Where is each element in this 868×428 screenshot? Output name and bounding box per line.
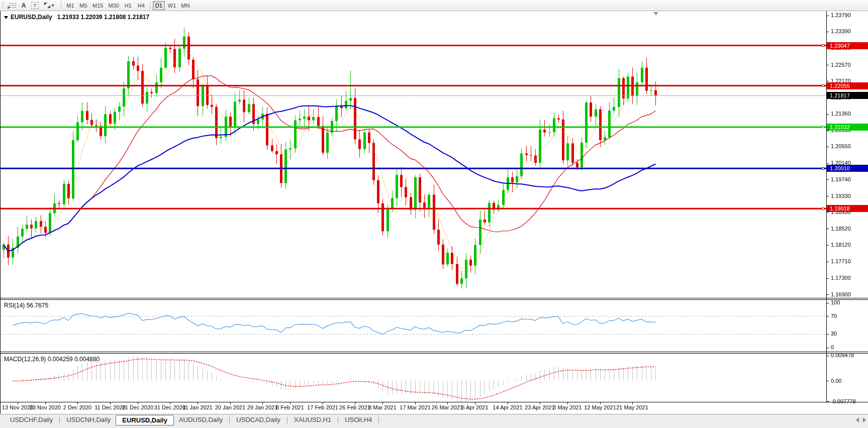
axis-tick-label: 1.23790: [831, 12, 851, 18]
tab-scroll-left-button[interactable]: [856, 417, 859, 422]
axis-tick-label: 1.18120: [831, 242, 851, 248]
chart-shift-marker-icon: [653, 12, 658, 16]
tab-scroll-right-button[interactable]: [863, 417, 866, 422]
chart-area[interactable]: EURUSD,Daily 1.21933 1.22039 1.21808 1.2…: [0, 11, 868, 414]
axis-tick: [826, 65, 829, 65]
tab-separator: [59, 417, 60, 423]
timeframe-button-m30[interactable]: M30: [106, 1, 121, 10]
axis-tick-label: 0.009478: [831, 352, 854, 358]
tab-usoil-h4[interactable]: USOil,H4: [340, 414, 377, 424]
axis-tick: [826, 348, 829, 348]
axis-tick-label: 1.17300: [831, 275, 851, 281]
chevron-down-icon: [51, 5, 54, 7]
date-label: 3 May 2021: [553, 404, 582, 410]
date-label: 2 Dec 2020: [63, 404, 91, 410]
text-tool-button[interactable]: A: [19, 1, 28, 10]
axis-tick: [826, 147, 829, 147]
tab-audusd-daily[interactable]: AUDUSD,Daily: [174, 414, 228, 424]
axis-tick-label: 1.19740: [831, 176, 851, 182]
macd-panel-canvas[interactable]: [1, 354, 826, 402]
triangle-down-icon: [4, 16, 8, 19]
timeframe-button-d1[interactable]: D1: [153, 1, 165, 10]
date-label: 26 Feb 2021: [339, 404, 370, 410]
rsi-panel-canvas[interactable]: [1, 300, 826, 352]
arrows-icon: [44, 2, 51, 9]
timeframe-button-m1[interactable]: M1: [64, 1, 76, 10]
date-label: 29 Jan 2021: [247, 404, 278, 410]
fibonacci-icon: F: [8, 2, 16, 9]
date-label: 11 Dec 2020: [94, 404, 126, 410]
axis-tick: [826, 334, 829, 335]
date-label: 23 Apr 2021: [525, 404, 554, 410]
date-label: 23 Nov 2020: [30, 404, 61, 410]
axis-tick: [826, 131, 829, 131]
axis-tick-label: 1.21360: [831, 111, 851, 117]
toolbar: F A T M1M5M15M30H1H4D1W1MN: [0, 0, 868, 11]
label-tool-button[interactable]: T: [29, 1, 41, 10]
timeframe-button-mn[interactable]: MN: [179, 1, 191, 10]
tab-scroll-buttons: [856, 417, 866, 422]
date-label: 20 Jan 2021: [215, 404, 246, 410]
tab-separator: [229, 417, 230, 423]
axis-tick-label: 100: [831, 299, 840, 305]
axis-tick: [826, 401, 829, 402]
axis-tick: [826, 316, 829, 316]
axis-tick-label: 0: [831, 344, 834, 350]
arrows-tool-button[interactable]: [42, 1, 58, 10]
chart-tab-bar: USDCHF,DailyUSDCNH,DailyEURUSD,DailyAUDU…: [0, 414, 868, 428]
price-label-badge: 1.22055: [827, 82, 868, 89]
date-label: 8 Feb 2021: [276, 404, 304, 410]
macd-indicator-label: MACD(12,26,9) 0.004259 0.004880: [4, 356, 100, 363]
main-chart-canvas[interactable]: [1, 11, 826, 298]
axis-tick-label: 1.20550: [831, 143, 851, 149]
rsi-indicator-label: RSI(14) 56.7675: [4, 302, 48, 309]
line-handle[interactable]: [822, 207, 824, 210]
price-label-badge: 1.21817: [827, 92, 868, 99]
line-handle[interactable]: [822, 126, 824, 128]
tab-usdcnh-daily[interactable]: USDCNH,Daily: [61, 414, 116, 424]
axis-tick: [826, 229, 829, 229]
date-label: 17 Mar 2021: [400, 404, 431, 410]
axis-tick-label: 1.23390: [831, 28, 851, 34]
price-label-badge: 1.19018: [827, 205, 868, 212]
tab-eurusd-daily[interactable]: EURUSD,Daily: [116, 415, 174, 425]
time-axis[interactable]: 13 Nov 202023 Nov 20202 Dec 202011 Dec 2…: [1, 402, 868, 414]
panel-separator[interactable]: [1, 299, 868, 300]
tab-xauusd-h1[interactable]: XAUUSD,H1: [289, 414, 336, 424]
axis-tick: [826, 32, 829, 32]
date-label: 17 Feb 2021: [307, 404, 338, 410]
date-label: 21 May 2021: [616, 404, 648, 410]
line-handle[interactable]: [822, 84, 824, 87]
date-label: 21 Dec 2020: [122, 404, 153, 410]
timeframe-button-m15[interactable]: M15: [90, 1, 105, 10]
axis-tick: [826, 245, 829, 246]
panel-separator[interactable]: [1, 352, 868, 352]
line-handle[interactable]: [822, 167, 824, 170]
ohlc-values: 1.21933 1.22039 1.21808 1.21817: [57, 14, 150, 21]
fibonacci-tool-button[interactable]: F: [6, 1, 18, 10]
axis-tick-label: 1.16900: [831, 291, 851, 297]
tab-separator: [287, 417, 287, 423]
axis-tick: [826, 278, 829, 279]
date-label: 13 Nov 2020: [2, 404, 33, 410]
timeframe-button-m5[interactable]: M5: [77, 1, 89, 10]
timeframe-button-w1[interactable]: W1: [166, 1, 178, 10]
axis-tick: [826, 262, 829, 262]
date-label: 31 Dec 2020: [154, 404, 185, 410]
panel-separator[interactable]: [1, 298, 868, 298]
date-label: 8 Mar 2021: [368, 404, 397, 410]
tab-usdchf-daily[interactable]: USDCHF,Daily: [5, 414, 58, 424]
tab-separator: [378, 417, 379, 423]
tab-usdcad-daily[interactable]: USDCAD,Daily: [231, 414, 285, 424]
axis-tick: [826, 303, 829, 303]
axis-tick: [826, 196, 829, 196]
line-handle[interactable]: [822, 44, 824, 47]
date-label: 14 Apr 2021: [493, 404, 522, 410]
axis-tick: [826, 114, 829, 115]
toolbar-grip: [60, 2, 62, 9]
timeframe-button-h1[interactable]: H1: [122, 1, 134, 10]
axis-tick-label: 70: [831, 313, 837, 319]
panel-separator[interactable]: [1, 353, 868, 354]
timeframe-button-h4[interactable]: H4: [135, 1, 147, 10]
axis-tick-label: 0.00: [831, 378, 841, 384]
